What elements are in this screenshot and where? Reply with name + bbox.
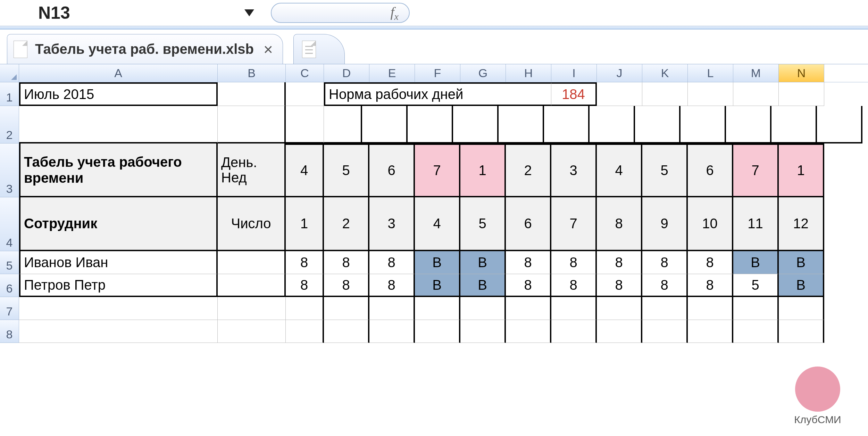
- row-number[interactable]: 5: [0, 251, 19, 274]
- cell[interactable]: [779, 320, 824, 343]
- column-header[interactable]: I: [551, 64, 597, 82]
- cell[interactable]: [460, 297, 506, 320]
- date-cell[interactable]: 7: [551, 197, 597, 251]
- date-cell[interactable]: 2: [324, 197, 369, 251]
- dayofweek-cell[interactable]: 7: [733, 143, 779, 197]
- column-header[interactable]: D: [324, 64, 369, 82]
- cell[interactable]: [218, 320, 286, 343]
- hours-cell[interactable]: 8: [597, 274, 642, 297]
- column-header[interactable]: E: [369, 64, 415, 82]
- date-cell[interactable]: 6: [506, 197, 551, 251]
- cell[interactable]: [733, 82, 779, 106]
- cell[interactable]: [590, 106, 635, 143]
- cell[interactable]: [681, 106, 726, 143]
- cell[interactable]: [771, 106, 817, 143]
- cell[interactable]: [642, 320, 688, 343]
- employee-name-cell[interactable]: Иванов Иван: [19, 251, 218, 274]
- hours-cell[interactable]: 8: [597, 251, 642, 274]
- hours-cell[interactable]: 8: [506, 274, 551, 297]
- hours-cell[interactable]: 8: [551, 274, 597, 297]
- cell[interactable]: [688, 82, 733, 106]
- cell[interactable]: [218, 251, 286, 274]
- cell[interactable]: [597, 320, 642, 343]
- hours-cell[interactable]: В: [779, 274, 824, 297]
- hours-cell[interactable]: 8: [369, 274, 415, 297]
- date-cell[interactable]: 11: [733, 197, 779, 251]
- cell[interactable]: [726, 106, 771, 143]
- hours-cell[interactable]: 8: [324, 251, 369, 274]
- date-cell[interactable]: 8: [597, 197, 642, 251]
- cell[interactable]: [817, 106, 862, 143]
- dayofweek-cell[interactable]: 3: [551, 143, 597, 197]
- date-cell[interactable]: 4: [415, 197, 460, 251]
- column-header[interactable]: N: [779, 64, 824, 82]
- workbook-tab-active[interactable]: Табель учета раб. времени.xlsb ×: [7, 34, 283, 64]
- norm-label-cell[interactable]: Норма рабочих дней: [324, 82, 551, 106]
- dayofweek-cell[interactable]: 4: [286, 143, 324, 197]
- cell[interactable]: [218, 82, 286, 106]
- cell[interactable]: [218, 274, 286, 297]
- close-icon[interactable]: ×: [264, 41, 273, 57]
- name-box-dropdown-icon[interactable]: [244, 9, 254, 16]
- column-header[interactable]: G: [460, 64, 506, 82]
- dayofweek-cell[interactable]: 1: [460, 143, 506, 197]
- cell[interactable]: [324, 106, 362, 143]
- hours-cell[interactable]: 8: [642, 251, 688, 274]
- timesheet-title-cell[interactable]: Табель учета рабочего времени: [19, 143, 218, 197]
- dayofweek-cell[interactable]: 4: [597, 143, 642, 197]
- spreadsheet-grid[interactable]: 1 Июль 2015 Норма рабочих дней 184 2 3 Т…: [0, 82, 868, 343]
- cell[interactable]: [415, 320, 460, 343]
- hours-cell[interactable]: 8: [688, 251, 733, 274]
- cell[interactable]: [597, 82, 642, 106]
- period-cell[interactable]: Июль 2015: [19, 82, 218, 106]
- hours-cell[interactable]: 8: [286, 274, 324, 297]
- dayofweek-cell[interactable]: 2: [506, 143, 551, 197]
- dayofweek-cell[interactable]: 7: [415, 143, 460, 197]
- cell[interactable]: [688, 320, 733, 343]
- workbook-tab-new[interactable]: [293, 34, 345, 64]
- hours-cell[interactable]: В: [733, 251, 779, 274]
- hours-cell[interactable]: В: [460, 251, 506, 274]
- row-number[interactable]: 2: [0, 106, 19, 143]
- column-header[interactable]: J: [597, 64, 642, 82]
- row-number[interactable]: 3: [0, 143, 19, 197]
- column-header[interactable]: M: [733, 64, 779, 82]
- cell[interactable]: [369, 297, 415, 320]
- cell[interactable]: [779, 297, 824, 320]
- cell[interactable]: [506, 297, 551, 320]
- hours-cell[interactable]: 8: [688, 274, 733, 297]
- hours-cell[interactable]: В: [415, 274, 460, 297]
- date-label-cell[interactable]: Число: [218, 197, 286, 251]
- row-number[interactable]: 7: [0, 297, 19, 320]
- cell[interactable]: [19, 106, 218, 143]
- dayofweek-label-cell[interactable]: День. Нед: [218, 143, 286, 197]
- cell[interactable]: [286, 320, 324, 343]
- hours-cell[interactable]: 8: [324, 274, 369, 297]
- column-header[interactable]: H: [506, 64, 551, 82]
- cell[interactable]: [369, 320, 415, 343]
- column-header[interactable]: F: [415, 64, 460, 82]
- cell[interactable]: [642, 297, 688, 320]
- cell[interactable]: [286, 82, 324, 106]
- date-cell[interactable]: 9: [642, 197, 688, 251]
- hours-cell[interactable]: 8: [506, 251, 551, 274]
- cell[interactable]: [635, 106, 681, 143]
- cell[interactable]: [733, 320, 779, 343]
- cell[interactable]: [733, 297, 779, 320]
- cell[interactable]: [415, 297, 460, 320]
- date-cell[interactable]: 10: [688, 197, 733, 251]
- dayofweek-cell[interactable]: 1: [779, 143, 824, 197]
- date-cell[interactable]: 1: [286, 197, 324, 251]
- name-box[interactable]: N13: [35, 3, 260, 23]
- cell[interactable]: [218, 106, 286, 143]
- cell[interactable]: [551, 297, 597, 320]
- cell[interactable]: [688, 297, 733, 320]
- hours-cell[interactable]: В: [460, 274, 506, 297]
- row-number[interactable]: 4: [0, 197, 19, 251]
- cell[interactable]: [286, 106, 324, 143]
- date-cell[interactable]: 3: [369, 197, 415, 251]
- dayofweek-cell[interactable]: 6: [688, 143, 733, 197]
- dayofweek-cell[interactable]: 6: [369, 143, 415, 197]
- column-header[interactable]: A: [19, 64, 218, 82]
- cell[interactable]: [19, 297, 218, 320]
